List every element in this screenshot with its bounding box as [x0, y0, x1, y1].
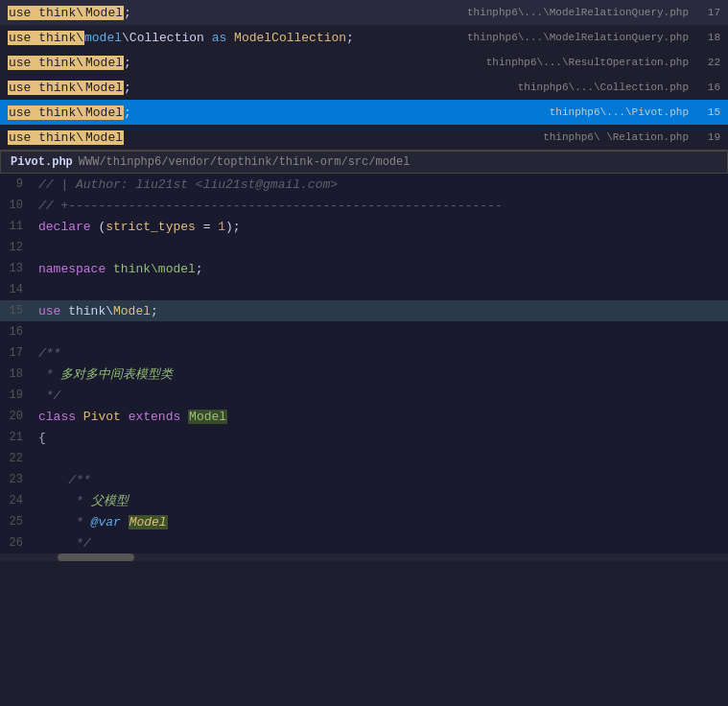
- line-num: 14: [0, 283, 35, 296]
- code-line-9: 9 // | Author: liu21st <liu21st@gmail.co…: [0, 174, 728, 195]
- line-num: 20: [0, 410, 35, 423]
- line-num: 25: [0, 515, 35, 529]
- line-content: declare (strict_types = 1);: [35, 220, 728, 234]
- line-content: * 父模型: [35, 492, 728, 509]
- line-content: /**: [35, 473, 728, 487]
- line-num: 16: [0, 325, 35, 339]
- ac-file-ref: thinphp6\...\ModelRelationQuery.php 17: [467, 7, 720, 18]
- ac-text: use think\Model;: [8, 81, 131, 95]
- tooltip-filepath: WWW/thinphp6/vendor/topthink/think-orm/s…: [79, 155, 411, 169]
- line-num: 10: [0, 199, 35, 212]
- line-content: * 多对多中间表模型类: [35, 365, 728, 383]
- ac-file-ref: thinphp6\...\ResultOperation.php 22: [486, 57, 720, 68]
- tooltip-filename: Pivot.php: [11, 155, 73, 169]
- code-line-14: 14: [0, 279, 728, 300]
- autocomplete-item-selected[interactable]: use think\Model; thinphp6\...\Pivot.php …: [0, 100, 728, 125]
- ac-text: use think\Model;: [8, 106, 131, 120]
- code-line-23: 23 /**: [0, 469, 728, 490]
- line-content: namespace think\model;: [35, 262, 728, 276]
- line-num: 24: [0, 494, 35, 507]
- line-num: 9: [0, 177, 35, 191]
- code-line-26: 26 */: [0, 532, 728, 553]
- scrollbar-thumb[interactable]: [58, 553, 134, 561]
- ac-prefix: use think\Model;: [8, 6, 131, 20]
- line-num: 19: [0, 388, 35, 402]
- line-num: 11: [0, 220, 35, 233]
- line-content: class Pivot extends Model: [35, 410, 728, 424]
- code-line-15: 15 use think\Model;: [0, 300, 728, 321]
- horizontal-scrollbar[interactable]: [0, 553, 728, 561]
- code-line-20: 20 class Pivot extends Model: [0, 406, 728, 427]
- autocomplete-item-label: use think\Model;: [8, 81, 131, 95]
- code-line-25: 25 * @var Model: [0, 511, 728, 532]
- code-line-22: 22: [0, 448, 728, 469]
- autocomplete-item[interactable]: use think\Model; thinphp6\...\ResultOper…: [0, 50, 728, 75]
- autocomplete-dropdown: use think\Model; thinphp6\...\ModelRelat…: [0, 0, 728, 151]
- code-line-24: 24 * 父模型: [0, 490, 728, 511]
- line-num: 21: [0, 431, 35, 444]
- line-content: use think\Model;: [35, 304, 728, 318]
- ac-text: use think\model\Collection as ModelColle…: [8, 31, 354, 45]
- ac-file-ref: thinphp6\...\Pivot.php 15: [550, 106, 720, 118]
- line-content: */: [35, 388, 728, 403]
- line-content: {: [35, 431, 728, 445]
- ac-text: use think\Model;: [8, 56, 131, 70]
- line-num: 26: [0, 536, 35, 550]
- code-line-12: 12: [0, 237, 728, 258]
- file-tooltip: Pivot.php WWW/thinphp6/vendor/topthink/t…: [0, 151, 728, 174]
- line-num: 15: [0, 304, 35, 318]
- line-content: /**: [35, 346, 728, 361]
- code-line-17: 17 /**: [0, 342, 728, 364]
- line-num: 23: [0, 473, 35, 486]
- autocomplete-item-label: use think\Model;: [8, 56, 131, 70]
- ac-text: use think\Model: [8, 130, 124, 145]
- autocomplete-item[interactable]: use think\Model; thinphp6\...\ModelRelat…: [0, 0, 728, 25]
- ac-file-ref: thinphp6\...\Collection.php 16: [518, 82, 720, 93]
- line-content: */: [35, 536, 728, 551]
- ac-file-ref: thinphp6\ \Relation.php 19: [543, 131, 720, 143]
- line-num: 18: [0, 367, 35, 381]
- code-line-13: 13 namespace think\model;: [0, 258, 728, 279]
- line-num: 12: [0, 241, 35, 254]
- autocomplete-item-label: use think\Model;: [8, 6, 131, 20]
- line-content: // +------------------------------------…: [35, 199, 728, 213]
- code-line-11: 11 declare (strict_types = 1);: [0, 216, 728, 237]
- ac-file-ref: thinphp6\...\ModelRelationQuery.php 18: [467, 32, 720, 43]
- code-line-16: 16: [0, 321, 728, 342]
- autocomplete-item[interactable]: use think\model\Collection as ModelColle…: [0, 25, 728, 50]
- code-line-10: 10 // +---------------------------------…: [0, 195, 728, 216]
- line-num: 13: [0, 262, 35, 275]
- line-num: 22: [0, 452, 35, 465]
- code-line-18: 18 * 多对多中间表模型类: [0, 364, 728, 385]
- autocomplete-item[interactable]: use think\Model; thinphp6\...\Collection…: [0, 75, 728, 100]
- autocomplete-item[interactable]: use think\Model thinphp6\ \Relation.php …: [0, 125, 728, 150]
- code-line-21: 21 {: [0, 427, 728, 448]
- autocomplete-item-label: use think\Model: [8, 130, 124, 145]
- autocomplete-item-label: use think\Model;: [8, 106, 131, 120]
- line-num: 17: [0, 346, 35, 360]
- line-content: // | Author: liu21st <liu21st@gmail.com>: [35, 177, 728, 192]
- code-editor: 9 // | Author: liu21st <liu21st@gmail.co…: [0, 174, 728, 553]
- autocomplete-item-label: use think\model\Collection as ModelColle…: [8, 31, 354, 45]
- code-line-19: 19 */: [0, 385, 728, 406]
- line-content: * @var Model: [35, 515, 728, 530]
